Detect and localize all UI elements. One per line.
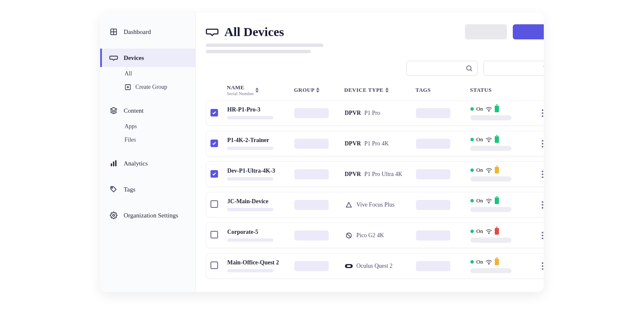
headset-icon	[109, 54, 118, 62]
row-more-button[interactable]	[542, 171, 544, 178]
serial-placeholder	[227, 269, 273, 272]
status-label: On	[476, 197, 483, 204]
sort-icon	[316, 88, 319, 93]
group-pill	[294, 261, 329, 271]
svg-point-16	[488, 264, 489, 264]
svg-rect-3	[113, 162, 114, 166]
subtitle-placeholder	[206, 44, 544, 53]
row-more-button[interactable]	[542, 109, 544, 117]
sidebar-label: Tags	[124, 186, 135, 193]
group-pill	[294, 200, 329, 210]
search-input[interactable]	[406, 61, 478, 76]
row-more-button[interactable]	[542, 232, 544, 239]
table-row: P1-4K-2-Trainer DPVR P1 Pro 4K On	[206, 131, 544, 156]
device-type: Oculus Quest 2	[345, 262, 416, 270]
sort-icon	[255, 88, 259, 93]
sidebar-sub-create-group[interactable]: Create Group	[100, 80, 195, 94]
secondary-action-button[interactable]	[465, 24, 507, 39]
group-pill	[294, 139, 329, 149]
primary-action-button[interactable]	[513, 24, 544, 39]
status-dot-icon	[470, 168, 474, 172]
tag-pill	[416, 108, 450, 118]
filter-icon	[543, 65, 544, 72]
row-more-button[interactable]	[542, 201, 544, 209]
table-row: HR-P1-Pro-3 DPVR P1 Pro On	[206, 100, 544, 126]
sidebar-item-tags[interactable]: Tags	[100, 180, 195, 199]
sidebar-item-org-settings[interactable]: Organization Settings	[100, 206, 195, 225]
main-content: All Devices NAME	[196, 13, 544, 292]
tag-pill	[416, 261, 450, 271]
wifi-icon	[486, 259, 492, 264]
svg-point-7	[467, 66, 471, 70]
sidebar-label: Content	[124, 107, 144, 114]
group-pill	[294, 108, 329, 118]
svg-rect-4	[115, 160, 117, 166]
plus-square-icon	[125, 84, 131, 91]
device-brand-icon	[345, 262, 353, 270]
status-label: On	[476, 106, 483, 112]
serial-placeholder	[227, 116, 273, 119]
status-label: On	[476, 136, 483, 143]
sidebar-label: Devices	[124, 54, 144, 62]
column-status: STATUS	[470, 87, 541, 93]
status-placeholder	[470, 176, 512, 181]
row-checkbox[interactable]	[210, 140, 218, 147]
device-type: DPVR P1 Pro	[345, 110, 416, 116]
battery-icon	[495, 136, 499, 143]
table-header: NAME Serial Number GROUP DEVICE TYPE	[206, 82, 544, 100]
row-more-button[interactable]	[542, 262, 544, 270]
row-checkbox[interactable]	[210, 200, 218, 208]
status-label: On	[476, 167, 483, 173]
svg-point-8	[488, 111, 489, 111]
column-device-type[interactable]: DEVICE TYPE	[344, 87, 415, 93]
device-name: Main-Office-Quest 2	[227, 259, 294, 266]
sidebar-label: Create Group	[135, 84, 167, 91]
row-more-button[interactable]	[542, 140, 544, 147]
sidebar-label: Dashboard	[124, 28, 151, 36]
row-checkbox[interactable]	[210, 231, 218, 238]
grid-icon	[109, 28, 118, 36]
sidebar-label: Analytics	[124, 160, 148, 167]
svg-point-10	[488, 172, 489, 173]
sidebar-label: Organization Settings	[124, 212, 178, 219]
sidebar-item-analytics[interactable]: Analytics	[100, 154, 195, 173]
device-name: P1-4K-2-Trainer	[227, 137, 294, 144]
sidebar-item-dashboard[interactable]: Dashboard	[100, 23, 195, 41]
app-frame: Dashboard Devices All Create Group	[100, 13, 544, 292]
serial-placeholder	[227, 238, 273, 242]
status-placeholder	[470, 207, 512, 212]
group-pill	[294, 169, 329, 179]
status-placeholder	[470, 115, 512, 120]
wifi-icon	[486, 106, 492, 111]
serial-placeholder	[227, 208, 273, 211]
status-dot-icon	[470, 138, 474, 141]
column-group[interactable]: GROUP	[294, 87, 344, 93]
device-name: JC-Main-Device	[227, 198, 294, 205]
row-checkbox[interactable]	[210, 109, 218, 116]
device-type: DPVR P1 Pro Ultra 4K	[345, 171, 416, 178]
tag-pill	[416, 200, 450, 210]
status-dot-icon	[470, 107, 474, 111]
sidebar-sub-files[interactable]: Files	[100, 133, 195, 147]
tag-pill	[416, 169, 450, 179]
column-name[interactable]: NAME Serial Number	[227, 84, 294, 96]
tag-pill	[416, 139, 450, 149]
serial-placeholder	[227, 177, 273, 181]
wifi-icon	[486, 198, 492, 203]
sidebar-sub-apps[interactable]: Apps	[100, 120, 195, 133]
page-title: All Devices	[224, 25, 459, 39]
serial-placeholder	[227, 147, 273, 150]
table-row: JC-Main-Device Vive Focus Plus On	[206, 192, 544, 217]
sidebar-item-devices[interactable]: Devices	[100, 49, 195, 67]
row-checkbox[interactable]	[210, 170, 218, 178]
device-type: Pico G2 4K	[345, 231, 416, 240]
sidebar-sub-all[interactable]: All	[100, 67, 195, 80]
battery-icon	[495, 228, 499, 235]
svg-point-9	[488, 142, 489, 142]
sidebar-item-content[interactable]: Content	[100, 101, 195, 120]
tag-icon	[109, 185, 118, 194]
battery-icon	[495, 167, 499, 173]
status-label: On	[476, 228, 483, 235]
filter-button[interactable]	[483, 61, 544, 76]
row-checkbox[interactable]	[210, 261, 218, 269]
